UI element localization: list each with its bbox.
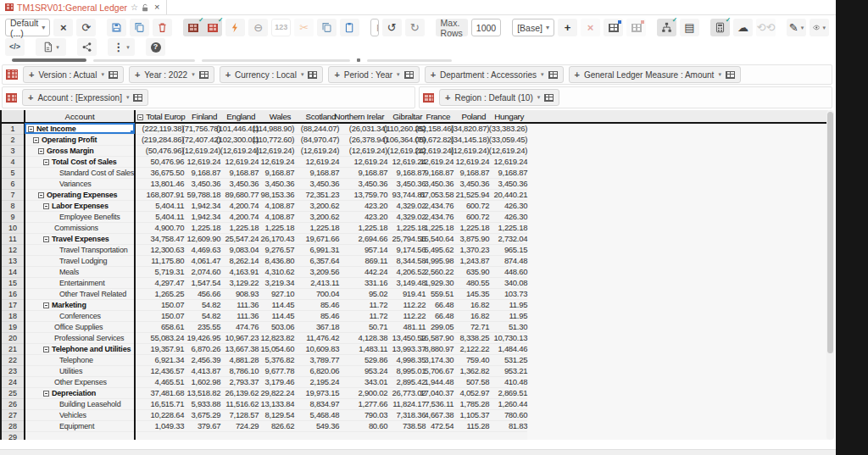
grid-cell[interactable]: 55,083.24: [135, 332, 184, 343]
grid-cell[interactable]: 3,200.62: [294, 211, 339, 222]
row-number[interactable]: 11: [1, 233, 25, 244]
collapse-icon[interactable]: [28, 126, 34, 132]
grid-cell[interactable]: 3,450.36: [184, 178, 220, 189]
grid-cell[interactable]: 2,560.22: [426, 266, 453, 277]
grid-cell[interactable]: (50,476.96): [135, 145, 184, 156]
grid-cell[interactable]: [294, 431, 339, 440]
grid-cell[interactable]: 11.95: [489, 310, 527, 321]
grid-cell[interactable]: [184, 431, 220, 440]
grid-cell[interactable]: 4,128.38: [339, 332, 387, 343]
row-number[interactable]: 24: [1, 376, 25, 387]
row-number[interactable]: 23: [1, 365, 25, 376]
view-selector[interactable]: Default (...) ▾: [5, 19, 50, 36]
grid-cell[interactable]: [339, 431, 387, 440]
grid-cell[interactable]: 9,083.04: [220, 244, 259, 255]
grid-cell[interactable]: 1,225.18: [426, 222, 453, 233]
grid-cell[interactable]: 340.08: [489, 277, 527, 288]
grid-cell[interactable]: 54.82: [184, 310, 220, 321]
grid-cell[interactable]: (82,158.46): [426, 123, 453, 134]
grid-cell[interactable]: 2,793.37: [220, 376, 259, 387]
grid-cell[interactable]: 9,168.87: [259, 167, 294, 178]
grid-cell[interactable]: 15,054.60: [259, 343, 294, 354]
grid-cell[interactable]: 826.62: [259, 420, 294, 431]
row-number[interactable]: 25: [1, 387, 25, 398]
more-menu-button[interactable]: ⋮ ▾: [108, 38, 135, 56]
grid-cell[interactable]: 11,476.42: [294, 332, 339, 343]
grid-cell[interactable]: (12,619.24): [453, 145, 489, 156]
scrollbar-thumb[interactable]: [827, 112, 833, 353]
calculator-button[interactable]: [710, 19, 730, 36]
rows-dimension-chip[interactable]: + Account : [Expression] ▾: [22, 89, 148, 106]
row-number[interactable]: 9: [1, 211, 25, 222]
row-number[interactable]: 12: [1, 244, 25, 255]
members-list-button[interactable]: ▤: [680, 19, 699, 36]
grid-cell[interactable]: 1,277.66: [339, 398, 387, 409]
column-header[interactable]: Northern Irelar: [339, 110, 387, 123]
grid-cell[interactable]: 37,481.68: [135, 387, 184, 398]
grid-cell[interactable]: 4,465.51: [135, 376, 184, 387]
row-number[interactable]: 4: [1, 156, 25, 167]
grid-cell[interactable]: 12,619.24: [294, 156, 339, 167]
grid-cell[interactable]: (219,284.86): [135, 134, 184, 145]
grid-cell[interactable]: 1,225.18: [453, 222, 489, 233]
grid-cell[interactable]: 1,484.46: [489, 343, 527, 354]
account-cell[interactable]: Other Travel Related: [25, 288, 135, 299]
grid-cell[interactable]: 9,168.87: [453, 167, 489, 178]
grid-cell[interactable]: 2,195.24: [294, 376, 339, 387]
grid-cell[interactable]: (12,619.24): [184, 145, 220, 156]
grid-cell[interactable]: [453, 431, 489, 440]
grid-cell[interactable]: 4,900.70: [135, 222, 184, 233]
row-number[interactable]: 16: [1, 288, 25, 299]
grid-cell[interactable]: 9,168.87: [387, 167, 426, 178]
account-cell[interactable]: Employee Benefits: [25, 211, 135, 222]
grid-cell[interactable]: [387, 431, 426, 440]
grid-cell[interactable]: 26,170.43: [259, 233, 294, 244]
grid-cell[interactable]: [489, 431, 527, 440]
grid-cell[interactable]: 908.93: [220, 288, 259, 299]
redo-button[interactable]: ↻: [405, 19, 425, 36]
add-icon[interactable]: +: [225, 69, 231, 80]
grid-cell[interactable]: 8,436.80: [259, 255, 294, 266]
row-number[interactable]: 27: [1, 409, 25, 420]
row-number[interactable]: 22: [1, 354, 25, 365]
grid-cell[interactable]: 474.76: [220, 321, 259, 332]
row-number[interactable]: 3: [1, 145, 25, 156]
grid-cell[interactable]: 3,219.34: [259, 277, 294, 288]
grid-cell[interactable]: 20,440.21: [489, 189, 527, 200]
base-selector[interactable]: [Base] ▾: [512, 19, 554, 36]
grid-cell[interactable]: 5,495.62: [426, 244, 453, 255]
grid-cell[interactable]: 4,052.97: [453, 387, 489, 398]
grid-cell[interactable]: 456.66: [184, 288, 220, 299]
sync-button[interactable]: ⟲⟲: [756, 19, 776, 36]
grid-cell[interactable]: 1,225.18: [294, 222, 339, 233]
grid-cell[interactable]: 5,719.31: [135, 266, 184, 277]
dimension-chip[interactable]: +General Ledger Measure : Amount▾: [569, 66, 741, 83]
grid-cell[interactable]: 2,900.02: [339, 387, 387, 398]
grid-cell[interactable]: 16.82: [453, 299, 489, 310]
grid-cell[interactable]: 1,362.82: [453, 365, 489, 376]
row-number[interactable]: 28: [1, 420, 25, 431]
grid-cell[interactable]: 299.05: [426, 321, 453, 332]
add-member-button[interactable]: +: [558, 19, 577, 36]
collapse-icon[interactable]: [43, 203, 49, 209]
grid-cell[interactable]: 12,619.24: [259, 156, 294, 167]
grid-cell[interactable]: 16,515.71: [135, 398, 184, 409]
grid-cell[interactable]: 3,450.36: [294, 178, 339, 189]
row-number[interactable]: 18: [1, 310, 25, 321]
grid-cell[interactable]: 72,351.23: [294, 189, 339, 200]
grid-cell[interactable]: (26,031.34): [339, 123, 387, 134]
row-number[interactable]: 17: [1, 299, 25, 310]
dimension-grid-icon[interactable]: [199, 71, 209, 79]
grid-cell[interactable]: 635.90: [453, 266, 489, 277]
collapse-icon[interactable]: [38, 192, 44, 198]
grid-cell[interactable]: 98,153.36: [259, 189, 294, 200]
grid-cell[interactable]: 410.48: [489, 376, 527, 387]
grid-cell[interactable]: 1,265.25: [135, 288, 184, 299]
grid-cell[interactable]: 4,061.47: [184, 255, 220, 266]
grid-cell[interactable]: 4,206.52: [387, 266, 426, 277]
column-header[interactable]: Scotland: [294, 110, 339, 123]
save-button[interactable]: [107, 19, 126, 36]
columns-dimension-chip[interactable]: + Region : Default (10) ▾: [439, 89, 559, 106]
grid-cell[interactable]: 13,518.82: [184, 387, 220, 398]
row-number[interactable]: 7: [1, 189, 25, 200]
